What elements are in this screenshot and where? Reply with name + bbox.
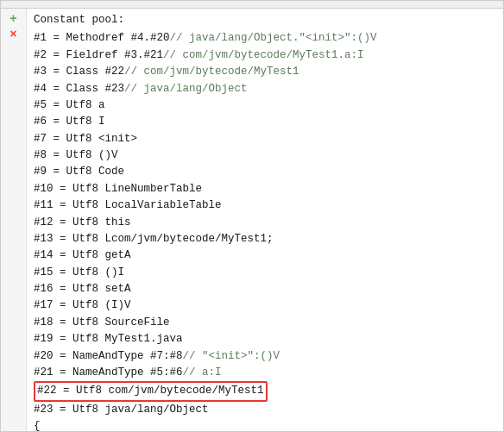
table-row: #5 = Utf8 a [34, 97, 496, 114]
table-row: #23 = Utf8 java/lang/Object [34, 402, 496, 418]
plus-icon[interactable]: + [7, 12, 21, 26]
entry-base: #20 = NameAndType #7:#8 [34, 348, 183, 365]
entry-base: #4 = Class #23 [34, 81, 124, 97]
entry-base: #2 = Fieldref #3.#21 [34, 47, 163, 64]
table-row: #12 = Utf8 this [34, 215, 496, 231]
entry-base: #1 = Methodref #4.#20 [34, 30, 170, 47]
cross-icon[interactable]: × [7, 28, 21, 41]
constant-pool-header: Constant pool: [34, 12, 496, 28]
table-row: #8 = Utf8 ()V [34, 147, 496, 164]
table-row: #10 = Utf8 LineNumberTable [34, 181, 496, 197]
table-row: #13 = Utf8 Lcom/jvm/bytecode/MyTest1; [34, 231, 496, 247]
table-row: #1 = Methodref #4.#20 // java/lang/Objec… [34, 30, 496, 47]
title-bar [1, 1, 503, 9]
table-row: #18 = Utf8 SourceFile [34, 315, 496, 331]
footer-brace: { [34, 418, 496, 431]
entry-comment: // com/jvm/bytecode/MyTest1 [124, 64, 299, 80]
table-row: #15 = Utf8 ()I [34, 265, 496, 281]
content-area: + × Constant pool: #1 = Methodref #4.#20… [1, 9, 503, 431]
table-row: #7 = Utf8 <init> [34, 131, 496, 147]
table-row: #19 = Utf8 MyTest1.java [34, 331, 496, 347]
table-row: #16 = Utf8 setA [34, 281, 496, 297]
highlighted-entry: #22 = Utf8 com/jvm/bytecode/MyTest1 [34, 381, 268, 401]
gutter: + × [1, 9, 27, 431]
table-row: #17 = Utf8 (I)V [34, 297, 496, 314]
table-row: #4 = Class #23 // java/lang/Object [34, 81, 496, 97]
entry-comment: // java/lang/Object."<init>":()V [170, 30, 377, 47]
entry-comment: // a:I [183, 365, 222, 381]
table-row: #20 = NameAndType #7:#8 // "<init>":()V [34, 348, 496, 365]
table-row: #22 = Utf8 com/jvm/bytecode/MyTest1 [34, 381, 496, 401]
terminal-window: + × Constant pool: #1 = Methodref #4.#20… [0, 0, 504, 432]
table-row: #3 = Class #22 // com/jvm/bytecode/MyTes… [34, 64, 496, 80]
entry-comment: // java/lang/Object [124, 81, 248, 97]
entry-comment: // "<init>":()V [183, 348, 280, 365]
table-row: #2 = Fieldref #3.#21 // com/jvm/bytecode… [34, 47, 496, 64]
table-row: #11 = Utf8 LocalVariableTable [34, 197, 496, 214]
entry-base: #3 = Class #22 [34, 64, 124, 80]
entry-base: #21 = NameAndType #5:#6 [34, 365, 183, 381]
table-row: #6 = Utf8 I [34, 114, 496, 130]
entry-comment: // com/jvm/bytecode/MyTest1.a:I [163, 47, 364, 64]
table-row: #14 = Utf8 getA [34, 247, 496, 264]
terminal-content[interactable]: Constant pool: #1 = Methodref #4.#20 // … [27, 9, 503, 431]
table-row: #9 = Utf8 Code [34, 164, 496, 180]
table-row: #21 = NameAndType #5:#6 // a:I [34, 365, 496, 381]
